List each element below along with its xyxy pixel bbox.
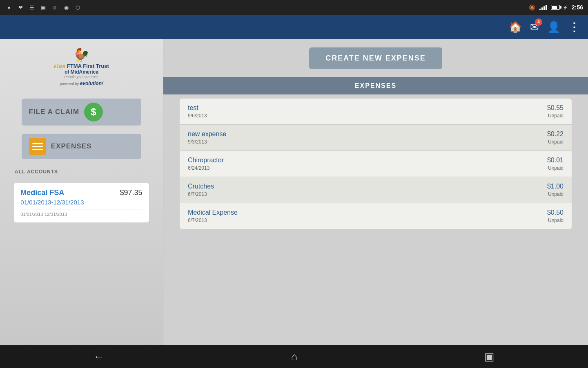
expense-date-0: 9/6/2013 — [188, 113, 207, 119]
logo-area: 🐓 FTMA FTMA First Trust of MidAmerica Pe… — [7, 47, 156, 90]
logo-box: 🐓 FTMA FTMA First Trust of MidAmerica Pe… — [54, 47, 109, 86]
icon-5: ☺ — [51, 3, 59, 11]
account-header: Medical FSA 01/01/2013-12/31/2013 $97.35 — [20, 188, 142, 206]
signal-bars — [539, 4, 547, 10]
all-accounts-label: ALL ACCOUNTS — [7, 169, 58, 175]
evolution-label: evolution/ — [80, 81, 103, 86]
expense-name-4: Medical Expense — [188, 209, 238, 216]
recents-button[interactable]: ▣ — [484, 350, 494, 363]
ftma-label: FTMA — [54, 64, 65, 69]
expense-name-1: new expense — [188, 130, 226, 138]
icon-2: ❤ — [16, 3, 24, 11]
sidebar: 🐓 FTMA FTMA First Trust of MidAmerica Pe… — [0, 39, 163, 345]
home-nav-icon[interactable]: 🏠 — [509, 21, 522, 34]
receipt-icon — [29, 138, 46, 155]
back-button[interactable]: ← — [94, 350, 104, 363]
home-button[interactable]: ⌂ — [291, 350, 298, 363]
expense-status-1: Unpaid — [547, 139, 564, 145]
expense-name-3: Crutches — [188, 183, 214, 190]
brand-tagline: People you can trust. — [54, 75, 109, 79]
expenses-header-bar: EXPENSES — [163, 77, 588, 94]
battery-icon: ⚡ — [551, 5, 568, 10]
content-area: CREATE NEW EXPENSE EXPENSES test 9/6/201… — [163, 39, 588, 345]
powered-label: powered by evolution/ — [54, 81, 109, 86]
expense-amount-1: $0.22 — [547, 130, 564, 138]
brand-name: FTMA First Trust — [67, 63, 109, 69]
menu-nav-icon[interactable]: ⋮ — [568, 20, 580, 34]
account-date-range: 01/01/2013-12/31/2013 — [20, 199, 84, 206]
account-balance: $97.35 — [120, 188, 143, 197]
content-header: CREATE NEW EXPENSE — [163, 39, 588, 77]
main-layout: 🐓 FTMA FTMA First Trust of MidAmerica Pe… — [0, 39, 588, 345]
expense-status-2: Unpaid — [547, 165, 564, 171]
dollar-icon: $ — [84, 103, 103, 121]
status-right: 🔕 ⚡ 2:56 — [529, 4, 583, 11]
top-nav: 🏠 ✉ 4 👤 ⋮ — [0, 15, 588, 39]
expense-amount-0: $0.55 — [547, 104, 564, 112]
expense-row[interactable]: test 9/6/2013 $0.55 Unpaid — [180, 99, 572, 125]
icon-7: ⬡ — [74, 3, 82, 11]
icon-4: ▣ — [39, 3, 47, 11]
icon-6: ◉ — [62, 3, 70, 11]
create-expense-button[interactable]: CREATE NEW EXPENSE — [309, 47, 442, 69]
expense-date-4: 6/7/2013 — [188, 218, 238, 223]
mute-icon: 🔕 — [529, 4, 535, 11]
expense-name-0: test — [188, 104, 207, 112]
expense-name-2: Chiropractor — [188, 157, 224, 164]
icon-3: ☰ — [28, 3, 36, 11]
icon-1: ♦ — [5, 3, 13, 11]
status-bar: ♦ ❤ ☰ ▣ ☺ ◉ ⬡ 🔕 ⚡ 2:56 — [0, 0, 588, 15]
mail-nav-icon[interactable]: ✉ 4 — [530, 21, 539, 34]
sidebar-expenses-button[interactable]: EXPENSES — [22, 134, 142, 159]
expense-date-1: 9/3/2013 — [188, 139, 226, 145]
expense-date-2: 6/24/2013 — [188, 165, 224, 171]
expense-row[interactable]: Crutches 6/7/2013 $1.00 Unpaid — [180, 177, 572, 203]
expense-status-3: Unpaid — [547, 191, 564, 197]
file-claim-label: FILE A CLAIM — [29, 108, 79, 116]
account-name: Medical FSA — [20, 188, 84, 197]
expense-amount-3: $1.00 — [547, 183, 564, 190]
expense-amount-2: $0.01 — [547, 157, 564, 164]
sidebar-expenses-label: EXPENSES — [51, 142, 92, 150]
receipt-lines — [32, 143, 43, 150]
file-claim-button[interactable]: FILE A CLAIM $ — [22, 99, 142, 126]
status-icons-left: ♦ ❤ ☰ ▣ ☺ ◉ ⬡ — [5, 3, 82, 11]
expense-date-3: 6/7/2013 — [188, 191, 214, 197]
expense-row[interactable]: new expense 9/3/2013 $0.22 Unpaid — [180, 125, 572, 151]
brand-sub: of MidAmerica — [54, 69, 109, 75]
user-nav-icon[interactable]: 👤 — [547, 21, 560, 34]
expense-row[interactable]: Medical Expense 6/7/2013 $0.50 Unpaid — [180, 203, 572, 229]
account-card[interactable]: Medical FSA 01/01/2013-12/31/2013 $97.35… — [14, 183, 149, 222]
expenses-list: test 9/6/2013 $0.55 Unpaid new expense 9… — [180, 99, 572, 229]
expense-amount-4: $0.50 — [547, 209, 564, 216]
mail-badge: 4 — [535, 18, 542, 26]
bottom-nav: ← ⌂ ▣ — [0, 345, 588, 368]
expense-status-4: Unpaid — [547, 218, 564, 223]
account-date-small: 01/01/2013-12/31/2013 — [20, 209, 142, 217]
expense-status-0: Unpaid — [547, 113, 564, 119]
logo-chicken-icon: 🐓 — [54, 47, 109, 63]
expense-row[interactable]: Chiropractor 6/24/2013 $0.01 Unpaid — [180, 151, 572, 177]
clock: 2:56 — [572, 4, 583, 11]
